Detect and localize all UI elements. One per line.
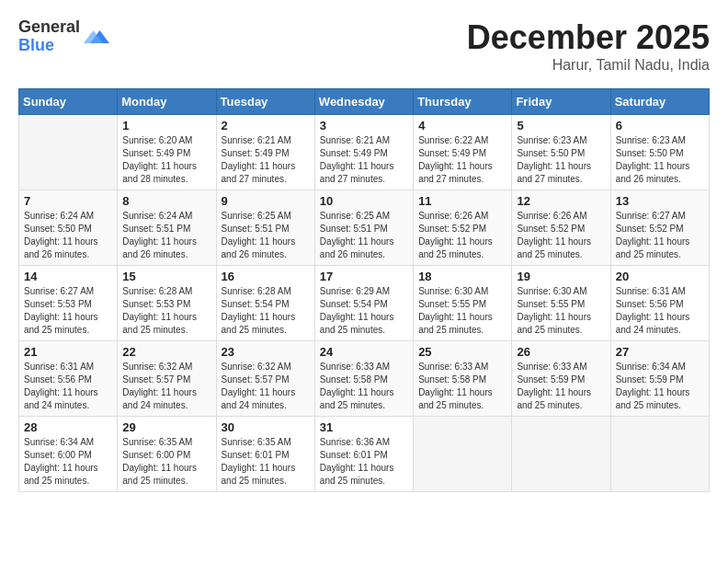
day-info: Sunrise: 6:25 AMSunset: 5:51 PMDaylight:… xyxy=(222,210,310,261)
weekday-header-wednesday: Wednesday xyxy=(314,89,413,115)
calendar-cell: 18Sunrise: 6:30 AMSunset: 5:55 PMDayligh… xyxy=(414,266,512,341)
day-number: 14 xyxy=(24,270,112,283)
day-number: 25 xyxy=(418,345,506,359)
title-block: December 2025 Harur, Tamil Nadu, India xyxy=(467,18,710,74)
day-number: 12 xyxy=(517,194,605,208)
day-number: 27 xyxy=(616,345,704,359)
calendar-cell: 9Sunrise: 6:25 AMSunset: 5:51 PMDaylight… xyxy=(216,190,314,266)
day-number: 18 xyxy=(418,270,506,283)
calendar-cell: 8Sunrise: 6:24 AMSunset: 5:51 PMDaylight… xyxy=(118,190,216,266)
day-number: 10 xyxy=(320,194,408,208)
day-info: Sunrise: 6:32 AMSunset: 5:57 PMDaylight:… xyxy=(222,361,310,412)
day-info: Sunrise: 6:24 AMSunset: 5:51 PMDaylight:… xyxy=(122,210,210,261)
day-number: 11 xyxy=(418,194,506,208)
calendar-cell: 27Sunrise: 6:34 AMSunset: 5:59 PMDayligh… xyxy=(610,341,709,417)
day-number: 26 xyxy=(517,345,605,359)
day-number: 4 xyxy=(418,119,506,132)
day-info: Sunrise: 6:30 AMSunset: 5:55 PMDaylight:… xyxy=(418,285,506,337)
day-info: Sunrise: 6:30 AMSunset: 5:55 PMDaylight:… xyxy=(517,285,605,337)
day-number: 1 xyxy=(122,119,210,132)
day-number: 19 xyxy=(517,270,605,283)
calendar-cell: 30Sunrise: 6:35 AMSunset: 6:01 PMDayligh… xyxy=(216,417,314,492)
calendar-cell: 11Sunrise: 6:26 AMSunset: 5:52 PMDayligh… xyxy=(414,190,512,266)
calendar-cell: 3Sunrise: 6:21 AMSunset: 5:49 PMDaylight… xyxy=(314,115,413,190)
day-number: 28 xyxy=(24,420,112,434)
day-info: Sunrise: 6:27 AMSunset: 5:53 PMDaylight:… xyxy=(24,285,112,337)
calendar-cell xyxy=(610,417,709,492)
day-number: 6 xyxy=(616,119,704,132)
day-info: Sunrise: 6:22 AMSunset: 5:49 PMDaylight:… xyxy=(418,134,506,186)
calendar-cell: 29Sunrise: 6:35 AMSunset: 6:00 PMDayligh… xyxy=(118,417,216,492)
location: Harur, Tamil Nadu, India xyxy=(467,57,710,74)
day-info: Sunrise: 6:33 AMSunset: 5:58 PMDaylight:… xyxy=(418,361,506,412)
calendar-cell: 19Sunrise: 6:30 AMSunset: 5:55 PMDayligh… xyxy=(512,266,610,341)
day-info: Sunrise: 6:21 AMSunset: 5:49 PMDaylight:… xyxy=(320,134,408,186)
day-info: Sunrise: 6:28 AMSunset: 5:53 PMDaylight:… xyxy=(122,285,210,337)
day-info: Sunrise: 6:36 AMSunset: 6:01 PMDaylight:… xyxy=(320,436,408,488)
day-number: 30 xyxy=(222,420,310,434)
calendar-cell: 21Sunrise: 6:31 AMSunset: 5:56 PMDayligh… xyxy=(19,341,118,417)
day-number: 31 xyxy=(320,420,408,434)
calendar-cell: 22Sunrise: 6:32 AMSunset: 5:57 PMDayligh… xyxy=(118,341,216,417)
day-info: Sunrise: 6:21 AMSunset: 5:49 PMDaylight:… xyxy=(222,134,310,186)
day-number: 21 xyxy=(24,345,112,359)
weekday-header-thursday: Thursday xyxy=(414,89,512,115)
day-info: Sunrise: 6:23 AMSunset: 5:50 PMDaylight:… xyxy=(517,134,605,186)
day-info: Sunrise: 6:35 AMSunset: 6:01 PMDaylight:… xyxy=(222,436,310,488)
calendar-cell xyxy=(19,115,118,190)
weekday-header-monday: Monday xyxy=(118,89,216,115)
calendar-cell: 12Sunrise: 6:26 AMSunset: 5:52 PMDayligh… xyxy=(512,190,610,266)
day-info: Sunrise: 6:20 AMSunset: 5:49 PMDaylight:… xyxy=(122,134,210,186)
day-info: Sunrise: 6:33 AMSunset: 5:58 PMDaylight:… xyxy=(320,361,408,412)
logo-blue: Blue xyxy=(18,37,80,55)
day-number: 17 xyxy=(320,270,408,283)
calendar-cell: 23Sunrise: 6:32 AMSunset: 5:57 PMDayligh… xyxy=(216,341,314,417)
day-number: 2 xyxy=(222,119,310,132)
weekday-header-sunday: Sunday xyxy=(19,89,118,115)
day-number: 9 xyxy=(222,194,310,208)
calendar-cell: 15Sunrise: 6:28 AMSunset: 5:53 PMDayligh… xyxy=(118,266,216,341)
day-info: Sunrise: 6:32 AMSunset: 5:57 PMDaylight:… xyxy=(122,361,210,412)
day-number: 20 xyxy=(616,270,704,283)
day-info: Sunrise: 6:31 AMSunset: 5:56 PMDaylight:… xyxy=(24,361,112,412)
calendar-cell: 24Sunrise: 6:33 AMSunset: 5:58 PMDayligh… xyxy=(314,341,413,417)
day-number: 29 xyxy=(122,420,210,434)
day-info: Sunrise: 6:25 AMSunset: 5:51 PMDaylight:… xyxy=(320,210,408,261)
calendar-cell: 13Sunrise: 6:27 AMSunset: 5:52 PMDayligh… xyxy=(610,190,709,266)
calendar-cell: 17Sunrise: 6:29 AMSunset: 5:54 PMDayligh… xyxy=(314,266,413,341)
calendar-cell: 25Sunrise: 6:33 AMSunset: 5:58 PMDayligh… xyxy=(414,341,512,417)
logo: General Blue xyxy=(18,18,109,55)
calendar-cell: 5Sunrise: 6:23 AMSunset: 5:50 PMDaylight… xyxy=(512,115,610,190)
calendar-cell: 16Sunrise: 6:28 AMSunset: 5:54 PMDayligh… xyxy=(216,266,314,341)
day-info: Sunrise: 6:29 AMSunset: 5:54 PMDaylight:… xyxy=(320,285,408,337)
calendar-cell: 7Sunrise: 6:24 AMSunset: 5:50 PMDaylight… xyxy=(19,190,118,266)
day-info: Sunrise: 6:23 AMSunset: 5:50 PMDaylight:… xyxy=(616,134,704,186)
day-number: 3 xyxy=(320,119,408,132)
month-title: December 2025 xyxy=(467,18,710,57)
day-info: Sunrise: 6:28 AMSunset: 5:54 PMDaylight:… xyxy=(222,285,310,337)
day-number: 23 xyxy=(222,345,310,359)
calendar-cell: 31Sunrise: 6:36 AMSunset: 6:01 PMDayligh… xyxy=(314,417,413,492)
logo-text: General Blue xyxy=(18,18,80,55)
calendar-cell: 6Sunrise: 6:23 AMSunset: 5:50 PMDaylight… xyxy=(610,115,709,190)
calendar-cell: 14Sunrise: 6:27 AMSunset: 5:53 PMDayligh… xyxy=(19,266,118,341)
weekday-header-saturday: Saturday xyxy=(610,89,709,115)
week-row-2: 7Sunrise: 6:24 AMSunset: 5:50 PMDaylight… xyxy=(19,190,710,266)
day-info: Sunrise: 6:34 AMSunset: 5:59 PMDaylight:… xyxy=(616,361,704,412)
week-row-5: 28Sunrise: 6:34 AMSunset: 6:00 PMDayligh… xyxy=(19,417,710,492)
day-info: Sunrise: 6:35 AMSunset: 6:00 PMDaylight:… xyxy=(122,436,210,488)
day-number: 24 xyxy=(320,345,408,359)
day-number: 5 xyxy=(517,119,605,132)
day-info: Sunrise: 6:33 AMSunset: 5:59 PMDaylight:… xyxy=(517,361,605,412)
week-row-3: 14Sunrise: 6:27 AMSunset: 5:53 PMDayligh… xyxy=(19,266,710,341)
calendar-cell: 28Sunrise: 6:34 AMSunset: 6:00 PMDayligh… xyxy=(19,417,118,492)
day-number: 8 xyxy=(122,194,210,208)
weekday-header-friday: Friday xyxy=(512,89,610,115)
weekday-header-row: SundayMondayTuesdayWednesdayThursdayFrid… xyxy=(19,89,710,115)
calendar-cell: 2Sunrise: 6:21 AMSunset: 5:49 PMDaylight… xyxy=(216,115,314,190)
day-number: 7 xyxy=(24,194,112,208)
calendar-cell xyxy=(512,417,610,492)
week-row-4: 21Sunrise: 6:31 AMSunset: 5:56 PMDayligh… xyxy=(19,341,710,417)
day-number: 15 xyxy=(122,270,210,283)
calendar-cell xyxy=(414,417,512,492)
